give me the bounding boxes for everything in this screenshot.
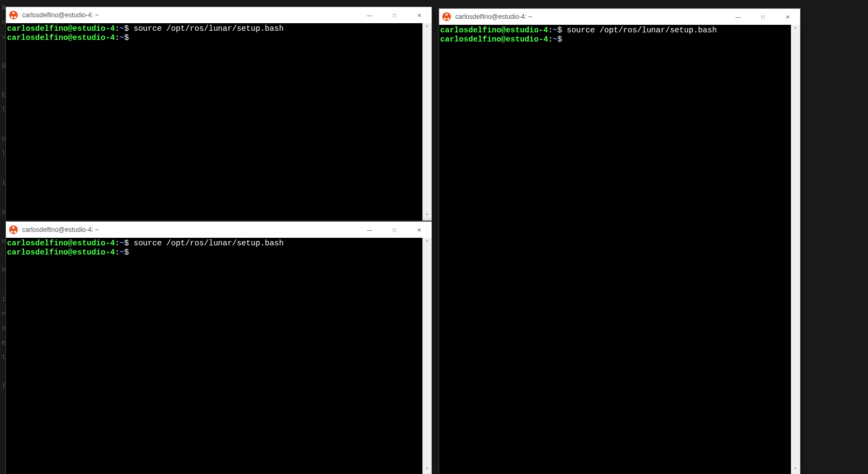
app-icon-wrap (6, 11, 21, 19)
terminal-output[interactable]: carlosdelfino@estudio-4:~$ source /opt/r… (6, 23, 422, 221)
scroll-down-button[interactable]: ˅ (791, 465, 800, 474)
scroll-down-button[interactable]: ˅ (422, 465, 432, 474)
scroll-down-button[interactable]: ˅ (422, 211, 432, 221)
window-title: carlosdelfino@estudio-4: ~ (454, 13, 726, 20)
maximize-button[interactable]: □ (382, 7, 407, 23)
scroll-up-button[interactable]: ˄ (791, 25, 800, 34)
window-controls: — □ ✕ (726, 9, 800, 25)
app-icon-wrap (439, 12, 454, 21)
maximize-button[interactable]: □ (382, 222, 407, 238)
maximize-button[interactable]: □ (751, 9, 775, 25)
ubuntu-icon (442, 12, 451, 21)
scrollbar[interactable]: ˄ ˅ (422, 238, 432, 474)
minimize-button[interactable]: — (726, 9, 751, 25)
terminal-window-3[interactable]: carlosdelfino@estudio-4: ~ — □ ✕ carlosd… (439, 8, 801, 474)
scrollbar[interactable]: ˄ ˅ (422, 23, 432, 221)
terminal-window-1[interactable]: carlosdelfino@estudio-4: ~ — □ ✕ carlosd… (5, 6, 432, 221)
terminal-body[interactable]: carlosdelfino@estudio-4:~$ source /opt/r… (439, 25, 800, 474)
terminal-output[interactable]: carlosdelfino@estudio-4:~$ source /opt/r… (439, 25, 791, 474)
close-button[interactable]: ✕ (775, 9, 800, 25)
titlebar[interactable]: carlosdelfino@estudio-4: ~ — □ ✕ (439, 9, 800, 25)
scrollbar[interactable]: ˄ ˅ (791, 25, 800, 474)
scrollbar-track[interactable] (422, 32, 432, 211)
titlebar[interactable]: carlosdelfino@estudio-4: ~ — □ ✕ (6, 222, 432, 238)
window-controls: — □ ✕ (357, 222, 432, 238)
scrollbar-track[interactable] (422, 247, 432, 465)
app-icon-wrap (6, 225, 21, 234)
window-title: carlosdelfino@estudio-4: ~ (21, 226, 357, 233)
terminal-body[interactable]: carlosdelfino@estudio-4:~$ source /opt/r… (6, 238, 432, 474)
close-button[interactable]: ✕ (407, 7, 432, 23)
terminal-window-2[interactable]: carlosdelfino@estudio-4: ~ — □ ✕ carlosd… (5, 221, 432, 474)
ubuntu-icon (9, 225, 18, 234)
minimize-button[interactable]: — (357, 7, 382, 23)
terminal-body[interactable]: carlosdelfino@estudio-4:~$ source /opt/r… (6, 23, 432, 221)
scrollbar-track[interactable] (791, 34, 800, 465)
window-controls: — □ ✕ (357, 7, 432, 23)
scroll-up-button[interactable]: ˄ (422, 23, 432, 32)
window-title: carlosdelfino@estudio-4: ~ (21, 11, 357, 19)
scroll-up-button[interactable]: ˄ (422, 238, 432, 247)
minimize-button[interactable]: — (357, 222, 382, 238)
terminal-output[interactable]: carlosdelfino@estudio-4:~$ source /opt/r… (6, 238, 422, 474)
titlebar[interactable]: carlosdelfino@estudio-4: ~ — □ ✕ (6, 7, 432, 23)
close-button[interactable]: ✕ (407, 222, 432, 238)
ubuntu-icon (9, 11, 18, 19)
